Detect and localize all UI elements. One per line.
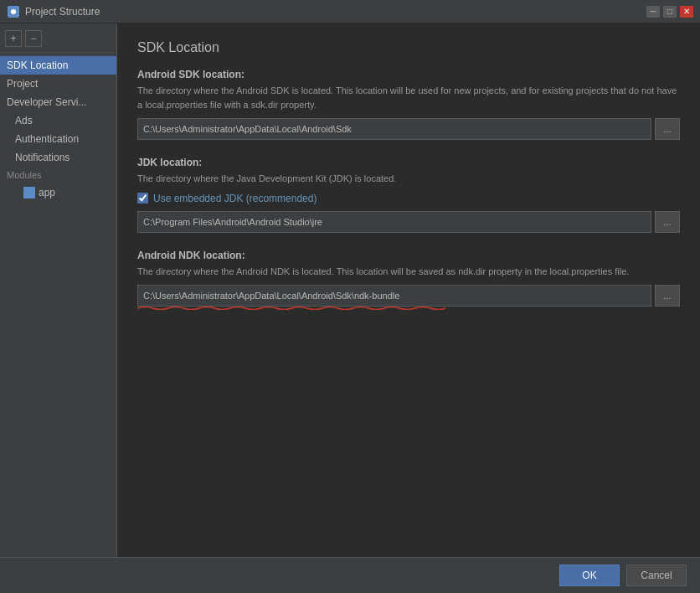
page-title: SDK Location [137,40,680,55]
sidebar-item-ads[interactable]: Ads [0,111,116,130]
android-sdk-label: Android SDK location: [137,69,680,80]
app-module-label: app [39,187,55,199]
window-icon [7,5,20,18]
jdk-browse-button[interactable]: ... [655,211,680,233]
svg-point-1 [11,9,16,14]
android-ndk-description: The directory where the Android NDK is l… [137,265,680,279]
sidebar-item-app[interactable]: app [0,183,116,202]
window-controls: ─ □ ✕ [646,6,693,18]
sidebar-item-notifications[interactable]: Notifications [0,148,116,167]
android-ndk-label: Android NDK location: [137,250,680,261]
add-button[interactable]: + [5,30,22,47]
bottom-bar: OK Cancel [0,557,700,593]
module-icon [23,187,35,199]
jdk-checkbox-label: Use embedded JDK (recommended) [153,193,317,204]
sidebar-item-developer-services[interactable]: Developer Servi... [0,93,116,111]
cancel-button[interactable]: Cancel [626,565,687,586]
android-ndk-path-row: ... [137,285,680,307]
jdk-label: JDK location: [137,157,680,168]
sidebar-item-sdk-location[interactable]: SDK Location [0,56,116,75]
jdk-path-input[interactable] [137,211,651,233]
window-title: Project Structure [25,6,646,18]
android-sdk-description: The directory where the Android SDK is l… [137,84,680,111]
sidebar-item-modules-header: Modules [0,167,116,183]
remove-button[interactable]: − [25,30,42,47]
jdk-embedded-checkbox[interactable] [137,193,148,204]
close-button[interactable]: ✕ [680,6,693,18]
android-sdk-path-input[interactable] [137,118,651,140]
android-ndk-path-input[interactable] [137,285,651,307]
sidebar-toolbar: + − [0,27,116,53]
jdk-checkbox-emphasis: (recommended) [246,193,317,204]
android-sdk-browse-button[interactable]: ... [655,118,680,140]
jdk-description: The directory where the Java Development… [137,172,680,186]
android-sdk-path-row: ... [137,118,680,140]
jdk-checkbox-row: Use embedded JDK (recommended) [137,193,680,204]
jdk-checkbox-text: Use embedded JDK [153,193,243,204]
sidebar-item-authentication[interactable]: Authentication [0,130,116,148]
jdk-path-row: ... [137,211,680,233]
minimize-button[interactable]: ─ [646,6,660,18]
title-bar: Project Structure ─ □ ✕ [0,0,700,23]
main-layout: + − SDK Location Project Developer Servi… [0,23,700,557]
maximize-button[interactable]: □ [663,6,677,18]
sidebar: + − SDK Location Project Developer Servi… [0,23,117,557]
android-ndk-browse-button[interactable]: ... [655,285,680,307]
content-area: SDK Location Android SDK location: The d… [117,23,700,557]
ok-button[interactable]: OK [559,565,620,586]
sidebar-item-project[interactable]: Project [0,75,116,93]
